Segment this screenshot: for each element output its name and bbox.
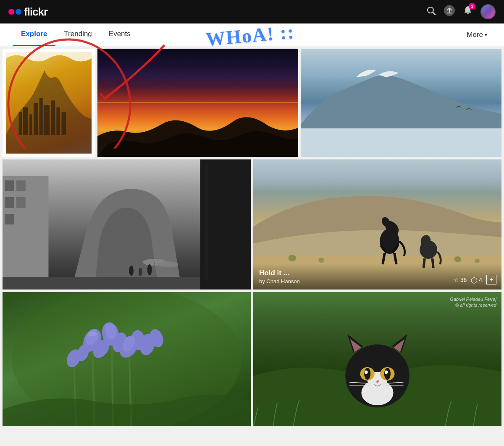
header-actions: 1 [426, 4, 496, 19]
dot-pink [8, 9, 14, 15]
svg-point-32 [288, 255, 296, 261]
svg-point-24 [158, 261, 178, 267]
flickr-logo[interactable]: flickr [8, 5, 47, 18]
photo-flowers[interactable] [3, 292, 251, 426]
logo-text: flickr [24, 5, 47, 18]
chevron-down-icon: ▾ [485, 32, 487, 38]
photo-mountains[interactable] [301, 49, 501, 157]
subnav: Explore Trending Events More ▾ [0, 23, 504, 46]
photo-cat[interactable]: Gabriel Peladeu Ferraj © all rights rese… [253, 292, 501, 426]
logo-dots [8, 9, 21, 15]
star-count: ☆ 36 [454, 276, 467, 283]
photo-stats: ☆ 36 ◯ 4 ＋ [454, 275, 496, 284]
svg-rect-8 [29, 115, 32, 136]
svg-rect-10 [39, 98, 43, 135]
svg-point-73 [365, 370, 368, 374]
svg-rect-21 [5, 214, 14, 224]
svg-point-72 [384, 368, 391, 380]
svg-line-1 [433, 13, 436, 15]
svg-rect-20 [16, 197, 26, 208]
photo-city-inner [6, 52, 92, 154]
svg-point-26 [129, 266, 134, 276]
upload-button[interactable] [444, 5, 455, 19]
comment-icon: ◯ [471, 276, 478, 283]
notification-badge: 1 [469, 3, 475, 10]
svg-point-28 [147, 264, 152, 275]
svg-point-4 [467, 13, 469, 14]
svg-rect-13 [56, 107, 60, 135]
photo-grid: Hold it ... by Chad Hanson ☆ 36 ◯ 4 ＋ [0, 46, 504, 429]
photo-city-art[interactable] [3, 49, 95, 157]
notification-button[interactable]: 1 [463, 5, 473, 18]
header: flickr 1 [0, 0, 504, 23]
svg-rect-12 [51, 101, 55, 136]
svg-rect-30 [205, 164, 209, 281]
watermark: Gabriel Peladeu Ferraj © all rights rese… [450, 296, 496, 308]
photo-row-3: Gabriel Peladeu Ferraj © all rights rese… [3, 292, 501, 426]
svg-point-71 [364, 368, 370, 380]
svg-point-74 [385, 370, 388, 374]
dot-blue [16, 9, 21, 15]
svg-rect-16 [3, 176, 48, 290]
photo-row-2: Hold it ... by Chad Hanson ☆ 36 ◯ 4 ＋ [3, 159, 501, 290]
user-avatar[interactable] [480, 4, 496, 19]
svg-rect-17 [5, 180, 14, 191]
tab-trending[interactable]: Trending [55, 23, 100, 46]
svg-rect-14 [62, 112, 66, 135]
tab-events[interactable]: Events [100, 23, 139, 46]
svg-rect-6 [19, 112, 22, 135]
comment-count: ◯ 4 [471, 276, 482, 283]
photo-horses[interactable]: Hold it ... by Chad Hanson ☆ 36 ◯ 4 ＋ [253, 159, 501, 290]
tab-explore[interactable]: Explore [13, 23, 55, 46]
photo-sunset[interactable] [97, 49, 298, 157]
svg-rect-11 [44, 105, 50, 136]
photo-street[interactable] [3, 159, 251, 290]
svg-rect-19 [5, 197, 14, 208]
svg-rect-18 [16, 180, 26, 191]
add-button[interactable]: ＋ [486, 275, 496, 284]
svg-point-27 [139, 268, 142, 276]
photo-row-1 [3, 49, 501, 157]
svg-point-35 [475, 259, 480, 263]
svg-point-33 [318, 258, 324, 263]
svg-point-34 [454, 256, 461, 262]
svg-rect-7 [23, 107, 28, 135]
svg-rect-9 [34, 103, 38, 135]
svg-rect-15 [301, 128, 501, 157]
search-button[interactable] [426, 5, 436, 18]
more-menu-button[interactable]: More ▾ [462, 31, 491, 39]
star-icon: ☆ [454, 276, 459, 283]
